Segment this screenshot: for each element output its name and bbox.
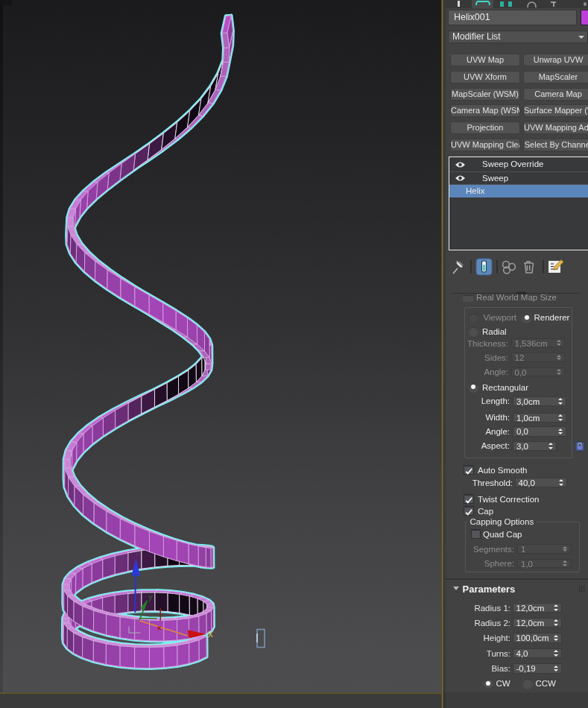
svg-text:X: X [208, 630, 213, 639]
svg-text:z: z [136, 549, 140, 557]
